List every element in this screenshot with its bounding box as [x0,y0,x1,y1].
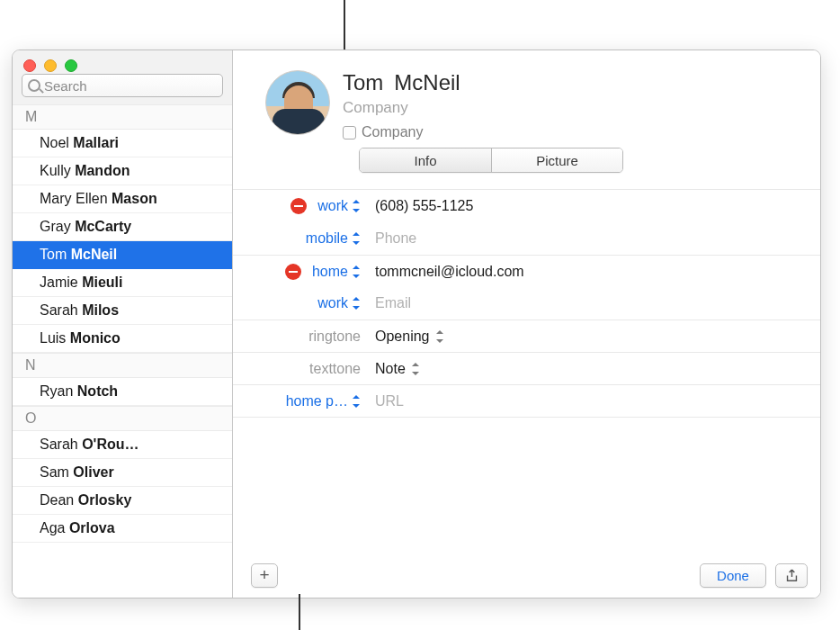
phone-work-value[interactable]: (608) 555-1125 [375,198,808,214]
contact-row[interactable]: Jamie Mieuli [13,269,232,297]
last-name-field[interactable]: McNeil [394,70,460,95]
sidebar: Search MNoel MallariKully MandonMary Ell… [13,50,233,598]
chevron-updown-icon [352,395,361,408]
contact-row[interactable]: Mary Ellen Mason [13,185,232,213]
texttone-popup[interactable]: Note [375,361,406,377]
contact-row[interactable]: Kully Mandon [13,158,232,185]
phone-work-label-popup[interactable]: work [317,198,348,214]
remove-email-home[interactable] [285,264,301,280]
section-header: O [13,406,232,431]
email-home-value[interactable]: tommcneil@icloud.com [375,264,808,280]
chevron-updown-icon [352,200,361,212]
chevron-updown-icon [352,232,361,245]
homepage-label-popup[interactable]: home p… [286,393,348,410]
contact-row[interactable]: Ryan Notch [13,378,232,406]
contact-row[interactable]: Tom McNeil [13,241,232,269]
contact-detail: Tom McNeil Company Company Info Picture [233,50,820,598]
window-controls [13,50,232,65]
phone-mobile-value[interactable]: Phone [375,230,808,247]
search-input[interactable]: Search [22,74,223,97]
phone-mobile-label-popup[interactable]: mobile [306,230,348,247]
email-work-value[interactable]: Email [375,295,808,311]
avatar[interactable] [265,70,330,135]
contact-row[interactable]: Sam Oliver [13,459,232,487]
first-name-field[interactable]: Tom [343,70,383,95]
texttone-label: texttone [309,361,361,377]
email-work-label-popup[interactable]: work [317,295,348,311]
chevron-updown-icon [411,363,420,375]
contact-row[interactable]: Dean Orlosky [13,487,232,515]
ringtone-popup[interactable]: Opening [375,328,430,345]
contact-list[interactable]: MNoel MallariKully MandonMary Ellen Maso… [13,104,232,598]
contact-row[interactable]: Aga Orlova [13,515,232,543]
tab-switch: Info Picture [359,148,623,173]
search-icon [28,79,40,92]
tab-picture[interactable]: Picture [491,148,622,172]
contact-row[interactable]: Gray McCarty [13,213,232,241]
share-button[interactable] [775,563,808,588]
company-checkbox[interactable] [343,126,356,140]
contact-row[interactable]: Sarah O'Rou… [13,431,232,459]
done-button[interactable]: Done [700,563,766,588]
search-placeholder: Search [44,78,87,94]
homepage-value[interactable]: URL [375,393,808,410]
email-home-label-popup[interactable]: home [312,264,348,280]
contact-row[interactable]: Luis Monico [13,325,232,353]
chevron-updown-icon [352,297,361,310]
ringtone-label: ringtone [308,328,361,345]
section-header: N [13,353,232,378]
contact-row[interactable]: Sarah Milos [13,297,232,325]
section-header: M [13,104,232,130]
company-checkbox-label: Company [362,124,423,140]
add-field-button[interactable]: + [251,563,278,588]
chevron-updown-icon [435,330,444,343]
tab-info[interactable]: Info [360,148,491,172]
contacts-window: Search MNoel MallariKully MandonMary Ell… [12,50,821,598]
share-icon [784,568,800,583]
contact-row[interactable]: Noel Mallari [13,130,232,158]
remove-phone-work[interactable] [290,198,307,214]
company-field[interactable]: Company [343,99,460,117]
chevron-updown-icon [352,266,361,278]
